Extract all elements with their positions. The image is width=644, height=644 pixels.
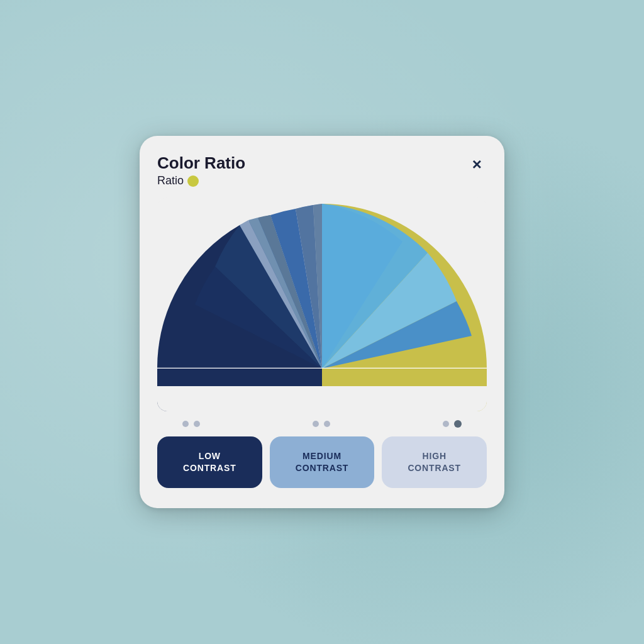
dot-group-2 [313,421,330,427]
medium-contrast-button[interactable]: MEDIUMCONTRAST [270,436,375,488]
card-subtitle: Ratio [157,174,245,187]
pagination-dot[interactable] [313,421,319,427]
pagination-dot[interactable] [443,421,449,427]
pagination-dot-active[interactable] [454,420,462,428]
card-title: Color Ratio [157,153,245,173]
svg-rect-2 [157,386,487,411]
pagination-dot[interactable] [182,421,189,427]
close-button[interactable]: × [467,153,487,175]
pagination-dots [157,411,487,436]
semicircle-chart [157,204,487,411]
subtitle-text: Ratio [157,174,184,187]
low-contrast-button[interactable]: LOWCONTRAST [157,436,262,488]
dot-group-1 [182,421,200,427]
pagination-dot[interactable] [194,421,200,427]
pagination-dot[interactable] [324,421,330,427]
ratio-dot-icon [187,175,199,187]
title-block: Color Ratio Ratio [157,153,245,187]
chart-area [157,197,487,411]
color-ratio-card: Color Ratio Ratio × [140,136,504,508]
contrast-buttons-group: LOWCONTRAST MEDIUMCONTRAST HIGHCONTRAST [157,436,487,491]
dot-group-3 [443,420,462,428]
high-contrast-button[interactable]: HIGHCONTRAST [382,436,487,488]
card-header: Color Ratio Ratio × [157,153,487,187]
